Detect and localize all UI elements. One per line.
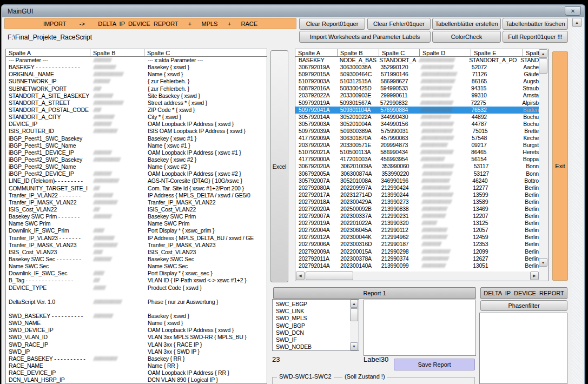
table-row[interactable]: 306792020A306201009A353990060///////////… (295, 163, 539, 170)
table-row[interactable]: 417792009A306301870A457990063///////////… (295, 135, 539, 142)
table-row[interactable]: BASEKEYNODE_A_BASSTANDORT_A/////////////… (295, 57, 539, 64)
table-row[interactable]: SUBNETWORK_IP///////////{ zur Fehlerbeh.… (6, 78, 267, 85)
table-row[interactable]: DEVICE_TYPE////////Product Code { xswd } (6, 284, 267, 292)
table-row[interactable]: 202792020A202500092B213990838///////////… (295, 206, 539, 213)
table-row[interactable]: 508792016A508300425D594990533///////////… (295, 85, 539, 92)
table-row[interactable]: 509792039A509300389A575990031///////////… (295, 128, 539, 135)
table-row[interactable]: 305792003A305201004A344990156///////////… (295, 121, 539, 128)
table-row[interactable]: --- Parameter ---////////////--- x:akta … (6, 57, 267, 64)
scroll-left-button[interactable]: ◀ (296, 272, 305, 280)
save-report-button[interactable]: Save Report (394, 359, 475, 370)
table-row[interactable]: SWD_IPVLAN 3xx { SWD IP } (6, 348, 267, 355)
table-row[interactable]: 202792007A202300337A212990231///////////… (295, 213, 539, 220)
table-row[interactable]: 509792019A509301567A572990832///////////… (295, 100, 539, 107)
table-row[interactable] (6, 292, 267, 299)
excel-button[interactable]: Excel (270, 50, 288, 282)
table-row[interactable]: ISIS_Cost_VLAN22////ISIS_Cost_VLAN22 (6, 206, 267, 213)
list-item[interactable]: SWC_EBGP (273, 301, 359, 308)
table-row[interactable]: Tranfer_IP_VLAN22 - - - - - - -/////////… (6, 192, 267, 199)
table-row[interactable]: SUBNETWORK_PORT/////{ zur Fehlerbeh. } (6, 85, 267, 92)
scroll-up-button[interactable]: ▲ (350, 300, 358, 308)
table-row[interactable]: Tranfer_IP_MASK_VLAN23////////////////Tr… (6, 242, 267, 249)
table-row[interactable]: STANDORT_A_CITY//////////////City * { xs… (6, 114, 267, 121)
table-row[interactable]: 305792007A305201008A346990196///////////… (295, 177, 539, 184)
table-row[interactable]: SWD_BASEKEY - - - - - - - - - -/////////… (6, 313, 267, 320)
table-row[interactable]: 509792041A509301104A576990884///////////… (295, 107, 539, 114)
delta-report-header[interactable]: DELTA IP DEVICE REPORT (480, 287, 567, 299)
clear-report-button[interactable]: Clear Report01quer (299, 18, 365, 30)
table-row[interactable]: 202792014A202300140A213990099///////////… (295, 262, 539, 269)
table-row[interactable]: 203792020A203300571E209994873///////////… (295, 142, 539, 149)
table-row[interactable]: 510792021A510500113A586990434///////////… (295, 149, 539, 156)
clear-fehler-button[interactable]: Clear Fehler01quer (367, 18, 431, 30)
vertical-scrollbar[interactable]: ▲ ▼ (539, 49, 548, 272)
table-row[interactable]: iBGP_Peer#1_DEVICE_IP////////////OAM Loo… (6, 149, 267, 156)
table-row[interactable]: 202792018A202300429A213990273///////////… (295, 198, 539, 206)
table-row[interactable]: 306792019A306300038A352990120///////////… (295, 64, 539, 71)
table-row[interactable]: iBGP_Peer#1_SWC_NameName { xswc #1 } (6, 142, 267, 149)
table-row[interactable]: 417792000A417201003A456993954///////////… (295, 156, 539, 163)
scroll-up-button[interactable]: ▲ (539, 49, 547, 58)
parameter-list-header[interactable]: Spalte A Spalte B Spalte C (6, 49, 267, 57)
table-row[interactable]: Tranfer_IP_VLAN23 - - - - - - -/////////… (6, 235, 267, 242)
table-row[interactable]: Name SWC PrimName SWC Prim (6, 220, 267, 227)
table-row[interactable]: 202792004A202306045A212990112///////////… (295, 227, 539, 234)
table-row[interactable]: iBGP_Peer#1_SWC_BasekeyBasekey { xswc #1… (6, 135, 267, 142)
column-header[interactable]: Spalte E (471, 49, 523, 56)
table-row[interactable]: 203792022A203300903E299990611///////////… (295, 92, 539, 99)
table-row[interactable]: 305792014A305201022A344990430///////////… (295, 114, 539, 121)
report-output-box[interactable] (364, 300, 476, 356)
column-header[interactable]: Spalte C (379, 49, 420, 56)
title-bar[interactable]: MainGUI ✕ (2, 5, 584, 17)
import-worksheets-button[interactable]: Import Worksheets and Parameter Labels (299, 31, 431, 43)
table-row[interactable]: LINE_ID (Telekom)- - - - - - - - -//////… (6, 177, 267, 184)
phasenfilter-box[interactable] (479, 313, 567, 384)
column-header[interactable]: Spalte A (295, 49, 338, 56)
scrollbar-thumb[interactable] (350, 308, 358, 321)
table-row[interactable] (6, 306, 267, 313)
table-row[interactable]: iBGP_Peer#2_DEVICE_IP////////////OAM Loo… (6, 170, 267, 177)
table-row[interactable]: STANDORT_A_STREET////////////////////Str… (6, 100, 267, 107)
table-row[interactable]: DCN_VLAN_HSRP_IPDCN VLAN 890 { Logical I… (6, 376, 267, 383)
table-row[interactable]: SWD_NAMEName { xswd } (6, 320, 267, 327)
import-toolbar-button[interactable]: IMPORT -> DELTA IP DEVICE REPORT + MPLS … (4, 18, 296, 29)
scroll-up-button[interactable]: ▲ (572, 18, 582, 27)
table-row[interactable]: ISIS_ROUTER_ID////////////////ISIS OAM L… (6, 128, 267, 135)
table-row[interactable]: ORIGINAL_NAME////////////////////Name { … (6, 71, 267, 78)
device-table[interactable]: Spalte A Spalte B Spalte C Spalte D Spal… (295, 49, 549, 281)
table-row[interactable]: Tranfer_IP_MASK_VLAN22////////////////Tr… (6, 199, 267, 206)
list-item[interactable]: SWC_LINK (273, 308, 359, 315)
scrollbar-thumb[interactable] (539, 58, 547, 74)
table-row[interactable]: STANDORT_A_SITE_BASEKEY/////////////Site… (6, 92, 267, 100)
table-row[interactable]: RACE_BASEKEY - - - - - - - - - -////////… (6, 355, 267, 362)
table-row[interactable]: 202792017A202312714D213990244///////////… (295, 191, 539, 198)
table-row[interactable]: STANDORT_A_POSTAL_CODE/////ZIP Code * { … (6, 107, 267, 114)
table-row[interactable]: 306792005A306300874A353990220///////////… (295, 170, 539, 177)
table-row[interactable]: 202792012A202300044K212994962///////////… (295, 234, 539, 241)
column-header[interactable]: Spalte D (420, 49, 471, 56)
colorcheck-button[interactable]: ColorCheck (432, 31, 501, 43)
column-header[interactable]: Spalte B (90, 49, 144, 56)
full-report-button[interactable]: Full Report01quer !!! (503, 31, 568, 43)
device-table-header[interactable]: Spalte A Spalte B Spalte C Spalte D Spal… (295, 49, 548, 57)
table-row[interactable]: SWD_RACE_IPVLAN 3xx { RACE IP } (6, 341, 267, 348)
table-row[interactable]: RACE_NAMEName { RR } (6, 362, 267, 369)
scrollbar-thumb[interactable] (306, 272, 353, 280)
table-row[interactable]: SWD_VLAN_IDVLAN 3xx MPLS SWD-RR { MPLS_B… (6, 334, 267, 341)
table-row[interactable]: Basekey SWC Prim - - - - - - -//////////… (6, 213, 267, 220)
table-row[interactable]: Name SWC SecName SWC Sec (6, 263, 267, 270)
scroll-down-button[interactable]: ▼ (350, 342, 358, 350)
horizontal-scrollbar[interactable]: ◀ ▶ (295, 272, 549, 281)
column-header[interactable]: Spalte A (6, 49, 90, 56)
table-row[interactable]: 510792003A510312515A586998627///////////… (295, 78, 539, 85)
form-scrollbar[interactable]: ▲ (572, 18, 582, 384)
scroll-right-button[interactable]: ▶ (530, 272, 539, 280)
list-item[interactable]: SWD_DCN (273, 329, 359, 336)
close-button[interactable]: ✕ (565, 6, 581, 16)
table-row[interactable]: B_Tag - - - - - - - - - - - - - - -////V… (6, 277, 267, 284)
list-item[interactable]: SWC_IBGP (273, 322, 359, 329)
tabellen-loeschen-button[interactable]: Tabellenbätter löschen (503, 18, 568, 30)
column-header[interactable]: Spalte C (144, 49, 267, 56)
table-row[interactable]: Downlink_IF_SWC_Sec///////Port Display *… (6, 270, 267, 277)
table-row[interactable]: 202792009A202200015A212990298///////////… (295, 248, 539, 255)
